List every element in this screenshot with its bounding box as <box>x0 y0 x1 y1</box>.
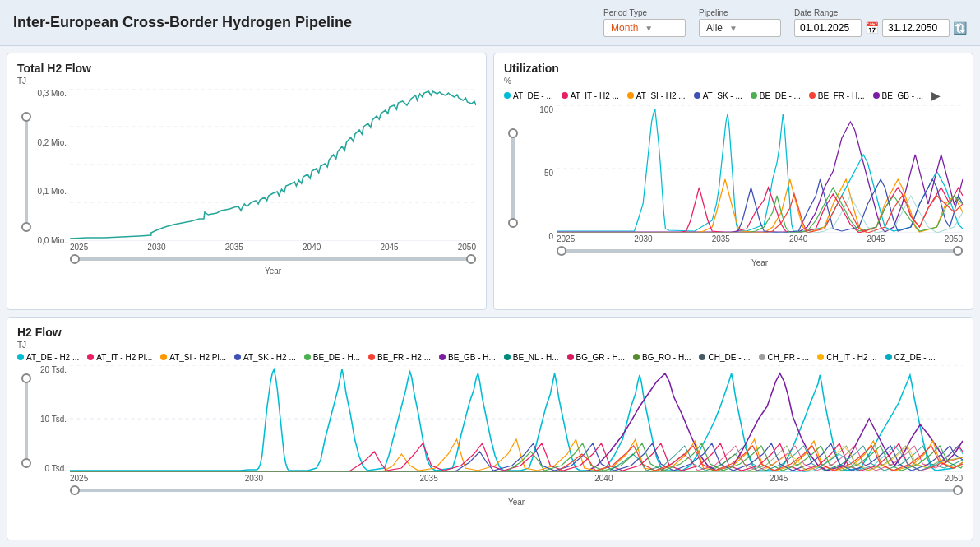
h2-label-at-de: AT_DE - H2 ... <box>26 353 79 362</box>
h2-legend-ch-fr: CH_FR - ... <box>759 353 810 362</box>
h2-dot-be-fr <box>368 354 375 360</box>
y-label-02: 0,2 Mio. <box>37 138 67 147</box>
utilization-y-axis: 100 50 0 <box>517 105 557 241</box>
h2-x-2045: 2045 <box>770 474 788 483</box>
legend-label-at-it: AT_IT - H2 ... <box>571 91 619 100</box>
h2-dot-ch-de <box>699 354 705 360</box>
h2-dot-at-it <box>87 354 94 360</box>
util-x-2050: 2050 <box>945 234 963 243</box>
legend-dot-be-gb <box>873 92 880 99</box>
h2-h-slider-left[interactable] <box>70 485 80 495</box>
date-range-label: Date Range <box>794 8 838 17</box>
x-label-2025: 2025 <box>70 243 88 252</box>
h2-legend-be-gb: BE_GB - H... <box>439 353 496 362</box>
h2-label-be-nl: BE_NL - H... <box>513 353 559 362</box>
util-h-slider-track <box>557 249 963 253</box>
legend-dot-at-sk <box>694 92 700 99</box>
utilization-svg <box>557 105 963 233</box>
h-slider-track <box>70 257 476 261</box>
date-start-input[interactable] <box>794 19 862 37</box>
calendar-icon[interactable]: 📅 <box>865 21 879 35</box>
h2-label-bg-ro: BG_RO - H... <box>642 353 691 362</box>
h2-label-at-it: AT_IT - H2 Pi... <box>96 353 152 362</box>
h2-flow-chart <box>70 365 963 472</box>
period-type-chevron-icon: ▼ <box>645 24 653 33</box>
total-h2-flow-panel: Total H2 Flow TJ 0,3 Mio. 0,2 Mio. 0,1 M… <box>7 53 487 310</box>
header: Inter-European Cross-Border Hydrogen Pip… <box>0 0 980 46</box>
h2-dot-be-nl <box>504 354 511 360</box>
h2-v-slider-track <box>25 373 28 468</box>
util-y-label-50: 50 <box>544 169 553 178</box>
util-x-2035: 2035 <box>712 234 730 243</box>
period-type-select[interactable]: Month ▼ <box>603 19 686 37</box>
h2-dot-ch-it <box>817 354 824 360</box>
legend-item-be-gb: BE_GB - ... <box>873 89 924 102</box>
h2-dot-bg-ro <box>633 354 640 360</box>
x-label-2050: 2050 <box>458 243 476 252</box>
h2-flow-x-axis: 2025 2030 2035 2040 2045 2050 <box>70 474 963 483</box>
h2-legend-at-de: AT_DE - H2 ... <box>17 353 79 362</box>
calendar-end-icon[interactable]: 🔃 <box>953 21 967 35</box>
date-end-input[interactable] <box>882 19 950 37</box>
h2-label-be-fr: BE_FR - H2 ... <box>377 353 431 362</box>
pipeline-label: Pipeline <box>699 8 728 17</box>
period-type-control: Period Type Month ▼ <box>603 8 686 37</box>
util-h-slider-right[interactable] <box>953 246 963 256</box>
y-label-03: 0,3 Mio. <box>37 89 67 98</box>
legend-item-at-sk: AT_SK - ... <box>694 89 742 102</box>
legend-more-icon[interactable]: ▶ <box>931 89 941 102</box>
pipeline-value: Alle <box>706 22 723 34</box>
utilization-x-label: Year <box>557 258 963 267</box>
date-range-control: Date Range 📅 🔃 <box>794 8 967 37</box>
h2-x-2030: 2030 <box>245 474 263 483</box>
x-label-2035: 2035 <box>225 243 243 252</box>
pipeline-select[interactable]: Alle ▼ <box>699 19 781 37</box>
pipeline-control: Pipeline Alle ▼ <box>699 8 781 37</box>
h2-label-ch-de: CH_DE - ... <box>708 353 750 362</box>
util-h-slider-left[interactable] <box>557 246 566 256</box>
h-slider-left-handle[interactable] <box>70 254 80 264</box>
util-x-2045: 2045 <box>867 234 885 243</box>
legend-dot-be-fr <box>809 92 816 99</box>
x-label-2030: 2030 <box>147 243 165 252</box>
h2-y-10: 10 Tsd. <box>40 415 67 424</box>
h2-legend-at-it: AT_IT - H2 Pi... <box>87 353 152 362</box>
y-label-00: 0,0 Mio. <box>37 236 67 245</box>
utilization-unit: % <box>504 76 963 86</box>
h2-legend-ch-it: CH_IT - H2 ... <box>817 353 877 362</box>
utilization-legend: AT_DE - ... AT_IT - H2 ... AT_SI - H2 ..… <box>504 89 963 102</box>
util-x-2025: 2025 <box>557 234 575 243</box>
h2-flow-y-axis: 20 Tsd. 10 Tsd. 0 Tsd. <box>30 365 70 473</box>
h2-legend-bg-gr: BG_GR - H... <box>567 353 625 362</box>
utilization-h-slider[interactable] <box>557 245 963 257</box>
legend-item-at-de: AT_DE - ... <box>504 89 553 102</box>
h2-legend-cz-de: CZ_DE - ... <box>885 353 936 362</box>
h2-label-at-si: AT_SI - H2 Pi... <box>169 353 226 362</box>
legend-item-at-si: AT_SI - H2 ... <box>627 89 686 102</box>
h2-y-20: 20 Tsd. <box>40 365 67 374</box>
pipeline-chevron-icon: ▼ <box>729 24 737 33</box>
legend-item-be-de: BE_DE - ... <box>751 89 801 102</box>
period-type-value: Month <box>611 22 638 34</box>
legend-dot-at-it <box>562 92 568 99</box>
h2-legend-ch-de: CH_DE - ... <box>699 353 750 362</box>
h-slider-right-handle[interactable] <box>466 254 476 264</box>
h2-legend-be-nl: BE_NL - H... <box>504 353 559 362</box>
legend-item-at-it: AT_IT - H2 ... <box>562 89 619 102</box>
h2-flow-svg <box>70 365 963 472</box>
h2-dot-ch-fr <box>759 354 765 360</box>
h2-dot-be-de <box>304 354 311 360</box>
h2-flow-h-slider[interactable] <box>70 484 963 496</box>
h2-label-cz-de: CZ_DE - ... <box>894 353 936 362</box>
utilization-chart <box>557 105 963 233</box>
h2-label-be-gb: BE_GB - H... <box>448 353 496 362</box>
util-x-2040: 2040 <box>789 234 807 243</box>
total-h2-flow-h-slider[interactable] <box>70 253 476 265</box>
h2-flow-unit: TJ <box>17 341 963 350</box>
h2-y-0: 0 Tsd. <box>45 464 67 473</box>
total-h2-flow-y-axis: 0,3 Mio. 0,2 Mio. 0,1 Mio. 0,0 Mio. <box>30 89 70 245</box>
h2-dot-bg-gr <box>567 354 574 360</box>
x-label-2045: 2045 <box>380 243 398 252</box>
legend-label-be-gb: BE_GB - ... <box>882 91 924 100</box>
h2-h-slider-right[interactable] <box>953 485 963 495</box>
